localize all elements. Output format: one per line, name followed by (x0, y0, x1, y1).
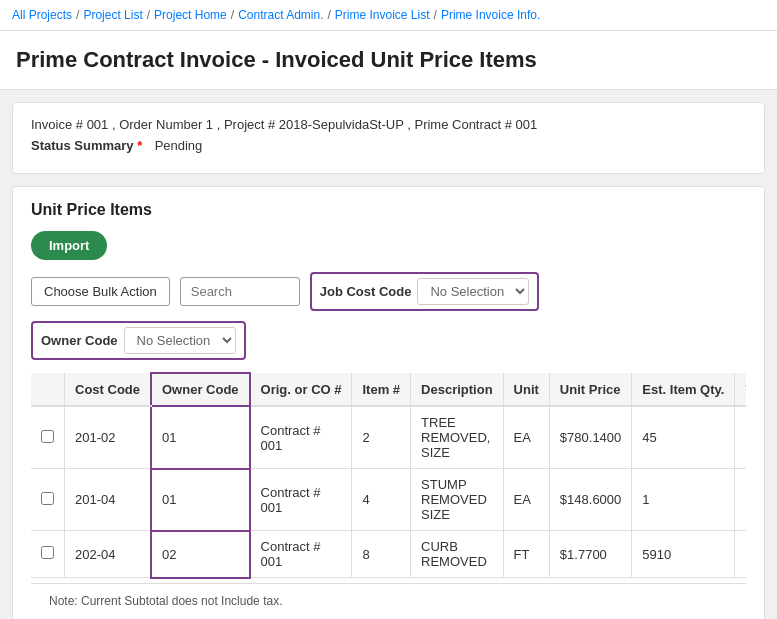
row-description: CURB REMOVED (411, 531, 504, 578)
th-unit: Unit (503, 373, 549, 406)
row-unit: FT (503, 531, 549, 578)
unit-price-items-section: Unit Price Items Import Choose Bulk Acti… (12, 186, 765, 619)
row-checkbox-cell[interactable] (31, 469, 65, 531)
breadcrumb: All Projects / Project List / Project Ho… (0, 0, 777, 31)
row-total-daily: 1 (735, 469, 746, 531)
invoice-info-text: Invoice # 001 , Order Number 1 , Project… (31, 117, 537, 132)
section-title: Unit Price Items (31, 201, 746, 219)
th-description: Description (411, 373, 504, 406)
breadcrumb-prime-invoice-info[interactable]: Prime Invoice Info. (441, 8, 540, 22)
bulk-action-button[interactable]: Choose Bulk Action (31, 277, 170, 306)
status-value: Pending (155, 138, 203, 153)
row-checkbox[interactable] (41, 430, 54, 443)
info-card: Invoice # 001 , Order Number 1 , Project… (12, 102, 765, 174)
th-owner-code: Owner Code (151, 373, 250, 406)
row-description: TREE REMOVED, SIZE (411, 406, 504, 469)
row-cost-code: 202-04 (65, 531, 152, 578)
row-est-qty: 45 (632, 406, 735, 469)
row-orig-co: Contract # 001 (250, 531, 352, 578)
footer-note: Note: Current Subtotal does not Include … (31, 583, 746, 618)
row-est-qty: 1 (632, 469, 735, 531)
th-item-num: Item # (352, 373, 411, 406)
job-cost-code-filter: Job Cost Code No Selection (310, 272, 540, 311)
row-cost-code: 201-04 (65, 469, 152, 531)
breadcrumb-project-home[interactable]: Project Home (154, 8, 227, 22)
table-header-row: Cost Code Owner Code Orig. or CO # Item … (31, 373, 746, 406)
filter-toolbar: Choose Bulk Action Job Cost Code No Sele… (31, 272, 746, 360)
row-owner-code: 01 (151, 469, 250, 531)
row-total-daily: 5 (735, 406, 746, 469)
row-unit-price: $780.1400 (549, 406, 631, 469)
invoice-info-line: Invoice # 001 , Order Number 1 , Project… (31, 117, 746, 132)
row-description: STUMP REMOVED SIZE (411, 469, 504, 531)
status-row: Status Summary * Pending (31, 138, 746, 153)
row-checkbox-cell[interactable] (31, 531, 65, 578)
status-label: Status Summary * (31, 138, 151, 153)
th-unit-price: Unit Price (549, 373, 631, 406)
row-unit-price: $148.6000 (549, 469, 631, 531)
owner-code-label: Owner Code (41, 333, 118, 348)
owner-code-select[interactable]: No Selection (124, 327, 236, 354)
row-orig-co: Contract # 001 (250, 406, 352, 469)
table-row: 201-04 01 Contract # 001 4 STUMP REMOVED… (31, 469, 746, 531)
row-unit-price: $1.7700 (549, 531, 631, 578)
row-owner-code: 01 (151, 406, 250, 469)
row-total-daily: 5910 (735, 531, 746, 578)
row-checkbox-cell[interactable] (31, 406, 65, 469)
table-row: 202-04 02 Contract # 001 8 CURB REMOVED … (31, 531, 746, 578)
breadcrumb-project-list[interactable]: Project List (83, 8, 142, 22)
row-checkbox[interactable] (41, 546, 54, 559)
row-item-num: 4 (352, 469, 411, 531)
th-est-qty: Est. Item Qty. (632, 373, 735, 406)
breadcrumb-all-projects[interactable]: All Projects (12, 8, 72, 22)
th-check (31, 373, 65, 406)
row-est-qty: 5910 (632, 531, 735, 578)
job-cost-code-select[interactable]: No Selection (417, 278, 529, 305)
job-cost-code-label: Job Cost Code (320, 284, 412, 299)
page-header: Prime Contract Invoice - Invoiced Unit P… (0, 31, 777, 90)
row-orig-co: Contract # 001 (250, 469, 352, 531)
owner-code-filter: Owner Code No Selection (31, 321, 246, 360)
toolbar: Import (31, 231, 746, 260)
th-total-daily: Total Daily Lo (735, 373, 746, 406)
th-orig-co: Orig. or CO # (250, 373, 352, 406)
th-cost-code: Cost Code (65, 373, 152, 406)
page-title: Prime Contract Invoice - Invoiced Unit P… (16, 47, 761, 73)
items-table: Cost Code Owner Code Orig. or CO # Item … (31, 372, 746, 579)
row-unit: EA (503, 406, 549, 469)
row-owner-code: 02 (151, 531, 250, 578)
items-table-wrapper: Cost Code Owner Code Orig. or CO # Item … (31, 372, 746, 579)
row-checkbox[interactable] (41, 492, 54, 505)
row-item-num: 2 (352, 406, 411, 469)
search-input[interactable] (180, 277, 300, 306)
import-button[interactable]: Import (31, 231, 107, 260)
row-unit: EA (503, 469, 549, 531)
breadcrumb-contract-admin[interactable]: Contract Admin. (238, 8, 323, 22)
row-item-num: 8 (352, 531, 411, 578)
row-cost-code: 201-02 (65, 406, 152, 469)
table-row: 201-02 01 Contract # 001 2 TREE REMOVED,… (31, 406, 746, 469)
breadcrumb-prime-invoice-list[interactable]: Prime Invoice List (335, 8, 430, 22)
